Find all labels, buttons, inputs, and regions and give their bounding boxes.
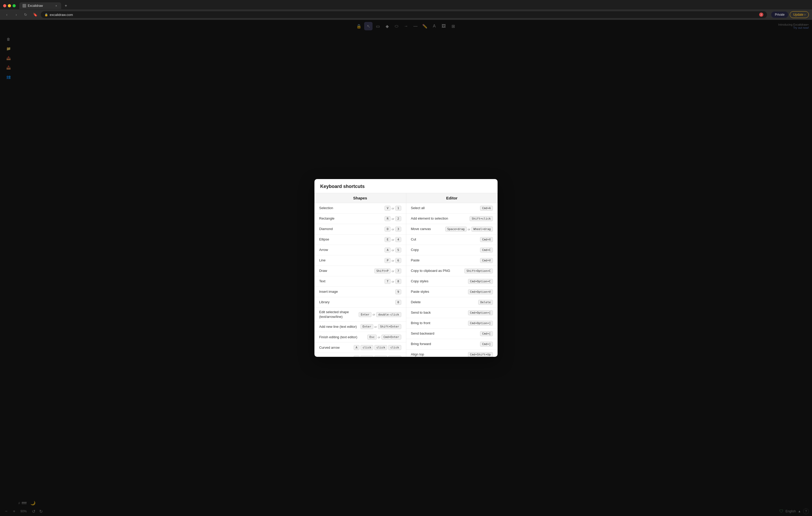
shortcut-label: Copy to clipboard as PNG — [411, 269, 465, 273]
shortcut-keys: Cmd+Shift+Up — [468, 352, 493, 357]
modal-body: Shapes SelectionVor1RectangleRor2Diamond… — [314, 193, 498, 357]
shortcut-label: Edit selected shape (text/arrow/line) — [319, 310, 359, 319]
maximize-traffic-light[interactable] — [12, 4, 16, 7]
or-separator: or — [392, 207, 394, 210]
key-badge: click — [374, 345, 387, 350]
active-tab[interactable]: Excalidraw × — [19, 2, 61, 9]
shortcut-keys: Cmd+V — [480, 258, 493, 263]
shortcut-label: Add element to selection — [411, 216, 470, 221]
close-traffic-light[interactable] — [3, 4, 6, 7]
shortcut-keys: Shift+Option+C — [464, 269, 493, 273]
key-badge: click — [388, 345, 401, 350]
shortcut-label: Library — [319, 300, 395, 305]
shortcut-row: Select allCmd+A — [406, 203, 498, 214]
shapes-panel-header: Shapes — [314, 193, 406, 203]
shortcut-keys: Cmd+] — [480, 342, 493, 346]
key-badge: Shift+Enter — [378, 324, 401, 329]
key-badge: Delete — [478, 300, 493, 305]
shortcut-keys: Cmd+C — [480, 247, 493, 252]
key-badge: Shift+P — [374, 269, 390, 273]
shortcut-keys: Cmd+A — [480, 206, 493, 211]
key-badge: 3 — [395, 226, 401, 232]
shortcut-label: Send to back — [411, 310, 468, 315]
shortcut-keys: Space+dragorWheel+drag — [445, 226, 493, 232]
shortcut-keys: Enterordouble-click — [359, 312, 401, 317]
key-badge: 0 — [395, 300, 401, 305]
shapes-panel: Shapes SelectionVor1RectangleRor2Diamond… — [314, 193, 406, 357]
shortcut-label: Diamond — [319, 226, 384, 231]
shortcut-label: Text — [319, 279, 384, 284]
key-badge: Cmd+X — [480, 237, 493, 242]
tab-bar: Excalidraw × + — [0, 0, 812, 9]
shortcut-keys: Cmd+X — [480, 237, 493, 242]
shortcut-keys: EnterorShift+Enter — [360, 324, 401, 329]
editor-rows-container: Select allCmd+AAdd element to selectionS… — [406, 203, 498, 357]
key-badge: D — [384, 226, 390, 232]
shortcut-keys: Aclickclickclick — [354, 345, 401, 350]
shortcut-label: Paste — [411, 258, 480, 263]
shortcut-keys: Eor4 — [384, 237, 401, 242]
key-badge: Shift+Option+C — [464, 269, 493, 273]
shortcut-label: Align top — [411, 352, 468, 357]
key-badge: A — [384, 247, 390, 252]
shortcut-row: ArrowAor5 — [314, 245, 406, 255]
key-badge: Enter — [360, 324, 373, 329]
shortcut-keys: Ror2 — [384, 216, 401, 221]
keyboard-shortcuts-modal: Keyboard shortcuts Shapes SelectionVor1R… — [314, 179, 498, 357]
or-separator: or — [392, 270, 394, 273]
tab-close-button[interactable]: × — [54, 4, 58, 7]
update-button[interactable]: Update › — [790, 11, 809, 18]
tab-title: Excalidraw — [28, 4, 43, 7]
address-bar[interactable]: 🔒 excalidraw.com 2 — [41, 11, 767, 18]
minimize-traffic-light[interactable] — [8, 4, 11, 7]
private-button[interactable]: Private — [771, 11, 788, 18]
shortcut-row: Move canvasSpace+dragorWheel+drag — [406, 224, 498, 235]
shortcut-row: Copy to clipboard as PNGShift+Option+C — [406, 266, 498, 276]
shortcut-row: Send to backCmd+Option+[ — [406, 308, 498, 318]
shortcut-keys: Cmd+Option+C — [468, 279, 493, 284]
key-badge: Cmd+Option+V — [468, 290, 493, 294]
or-separator: or — [468, 228, 470, 231]
shortcut-keys: Shift+click — [470, 216, 493, 221]
bookmark-button[interactable]: 🔖 — [31, 11, 39, 18]
key-badge: A — [354, 345, 360, 350]
key-badge: click — [374, 356, 387, 357]
shortcut-row: Paste stylesCmd+Option+V — [406, 287, 498, 297]
forward-button[interactable]: › — [12, 11, 20, 18]
shortcut-keys: Aor5 — [384, 247, 401, 252]
shortcut-label: Select all — [411, 206, 480, 210]
shortcut-label: Rectangle — [319, 216, 384, 221]
key-badge: P — [384, 258, 390, 263]
key-badge: 5 — [395, 247, 401, 252]
refresh-button[interactable]: ↻ — [22, 11, 29, 18]
key-badge: click — [360, 345, 373, 350]
shortcut-label: Ellipse — [319, 237, 384, 242]
tab-favicon — [23, 4, 26, 7]
modal-title: Keyboard shortcuts — [320, 184, 365, 189]
shortcut-label: Add new line (text editor) — [319, 324, 360, 329]
or-separator: or — [392, 228, 394, 231]
shortcut-label: Copy styles — [411, 279, 468, 284]
shortcut-keys: Vor1 — [384, 206, 401, 211]
back-button[interactable]: ‹ — [3, 11, 10, 18]
shortcut-row: Library0 — [314, 297, 406, 308]
shortcut-keys: Cmd+Option+] — [468, 321, 493, 326]
key-badge: Cmd+C — [480, 247, 493, 252]
shortcut-label: Move canvas — [411, 226, 445, 231]
key-badge: E — [384, 237, 390, 242]
or-separator: or — [392, 217, 394, 220]
shortcut-row: LinePor6 — [314, 255, 406, 266]
shortcut-row: Curved lineLclickclickclick — [314, 353, 406, 357]
shortcut-label: Insert image — [319, 290, 395, 294]
shortcut-row: Add element to selectionShift+click — [406, 214, 498, 224]
new-tab-button[interactable]: + — [62, 2, 69, 9]
or-separator: or — [378, 336, 380, 339]
key-badge: Esc — [367, 335, 377, 339]
key-badge: click — [388, 356, 401, 357]
key-badge: Wheel+drag — [471, 226, 493, 232]
key-badge: Cmd+[ — [480, 331, 493, 336]
shortcut-row: Add new line (text editor)EnterorShift+E… — [314, 322, 406, 332]
shortcut-label: Copy — [411, 247, 480, 252]
shortcut-keys: Tor8 — [384, 279, 401, 284]
key-badge: 8 — [395, 279, 401, 284]
